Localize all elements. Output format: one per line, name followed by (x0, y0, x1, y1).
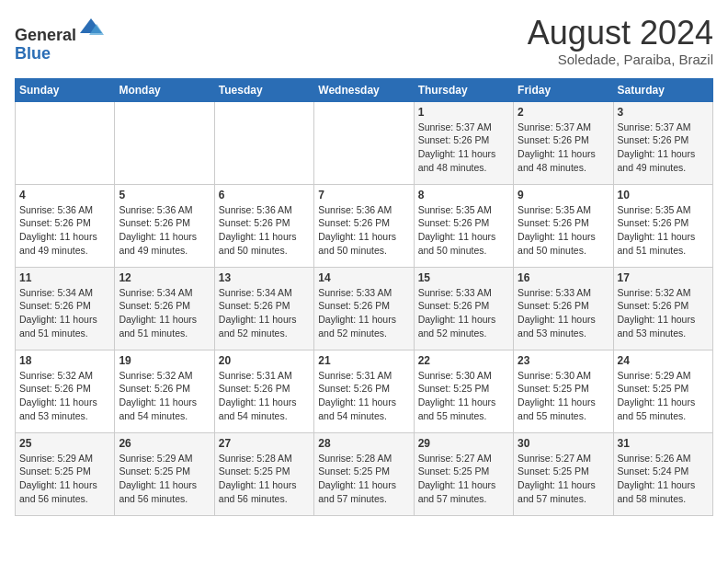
day-info: Sunrise: 5:29 AM Sunset: 5:25 PM Dayligh… (119, 452, 210, 506)
calendar-cell: 28Sunrise: 5:28 AM Sunset: 5:25 PM Dayli… (314, 432, 414, 515)
week-row-0: 1Sunrise: 5:37 AM Sunset: 5:26 PM Daylig… (16, 101, 713, 184)
calendar-cell: 22Sunrise: 5:30 AM Sunset: 5:25 PM Dayli… (414, 350, 513, 432)
logo-icon (78, 15, 104, 40)
calendar-cell: 20Sunrise: 5:31 AM Sunset: 5:26 PM Dayli… (214, 350, 313, 432)
page-header: General Blue August 2024 Soledade, Parai… (15, 15, 713, 67)
header-tuesday: Tuesday (214, 78, 313, 101)
calendar-cell: 27Sunrise: 5:28 AM Sunset: 5:25 PM Dayli… (214, 432, 313, 515)
calendar-cell: 10Sunrise: 5:35 AM Sunset: 5:26 PM Dayli… (613, 184, 712, 267)
week-row-4: 25Sunrise: 5:29 AM Sunset: 5:25 PM Dayli… (16, 432, 713, 515)
day-number: 24 (618, 354, 709, 367)
day-info: Sunrise: 5:37 AM Sunset: 5:26 PM Dayligh… (418, 121, 509, 175)
day-number: 9 (518, 189, 609, 201)
header-thursday: Thursday (414, 78, 513, 101)
calendar-cell: 1Sunrise: 5:37 AM Sunset: 5:26 PM Daylig… (414, 101, 513, 184)
calendar-cell: 11Sunrise: 5:34 AM Sunset: 5:26 PM Dayli… (16, 267, 115, 350)
day-number: 10 (618, 189, 709, 201)
header-sunday: Sunday (16, 78, 115, 101)
day-info: Sunrise: 5:33 AM Sunset: 5:26 PM Dayligh… (418, 286, 509, 340)
day-info: Sunrise: 5:35 AM Sunset: 5:26 PM Dayligh… (518, 203, 609, 258)
day-info: Sunrise: 5:33 AM Sunset: 5:26 PM Dayligh… (318, 286, 409, 340)
day-info: Sunrise: 5:31 AM Sunset: 5:26 PM Dayligh… (219, 369, 310, 423)
day-info: Sunrise: 5:37 AM Sunset: 5:26 PM Dayligh… (618, 121, 709, 175)
day-info: Sunrise: 5:35 AM Sunset: 5:26 PM Dayligh… (418, 203, 509, 258)
week-row-2: 11Sunrise: 5:34 AM Sunset: 5:26 PM Dayli… (16, 267, 713, 350)
day-info: Sunrise: 5:34 AM Sunset: 5:26 PM Dayligh… (119, 286, 210, 340)
calendar-cell: 14Sunrise: 5:33 AM Sunset: 5:26 PM Dayli… (314, 267, 414, 350)
day-number: 3 (618, 106, 709, 119)
day-number: 15 (418, 271, 509, 284)
header-monday: Monday (115, 78, 214, 101)
day-info: Sunrise: 5:27 AM Sunset: 5:25 PM Dayligh… (518, 452, 609, 506)
location: Soledade, Paraiba, Brazil (528, 52, 713, 67)
day-number: 22 (418, 354, 509, 367)
day-number: 18 (19, 354, 110, 367)
calendar-cell: 24Sunrise: 5:29 AM Sunset: 5:25 PM Dayli… (613, 350, 712, 432)
day-info: Sunrise: 5:35 AM Sunset: 5:26 PM Dayligh… (618, 203, 709, 258)
day-number: 7 (318, 189, 409, 201)
calendar-table: SundayMondayTuesdayWednesdayThursdayFrid… (15, 78, 713, 516)
day-info: Sunrise: 5:36 AM Sunset: 5:26 PM Dayligh… (318, 203, 409, 258)
calendar-cell: 8Sunrise: 5:35 AM Sunset: 5:26 PM Daylig… (414, 184, 513, 267)
day-info: Sunrise: 5:29 AM Sunset: 5:25 PM Dayligh… (618, 369, 709, 423)
calendar-cell: 16Sunrise: 5:33 AM Sunset: 5:26 PM Dayli… (514, 267, 613, 350)
calendar-cell: 7Sunrise: 5:36 AM Sunset: 5:26 PM Daylig… (314, 184, 414, 267)
calendar-cell: 2Sunrise: 5:37 AM Sunset: 5:26 PM Daylig… (514, 101, 613, 184)
title-block: August 2024 Soledade, Paraiba, Brazil (528, 15, 713, 67)
day-number: 31 (618, 437, 709, 450)
calendar-cell: 25Sunrise: 5:29 AM Sunset: 5:25 PM Dayli… (16, 432, 115, 515)
header-row: SundayMondayTuesdayWednesdayThursdayFrid… (16, 78, 713, 101)
day-info: Sunrise: 5:37 AM Sunset: 5:26 PM Dayligh… (518, 121, 609, 175)
month-year: August 2024 (528, 15, 713, 52)
day-number: 27 (219, 437, 310, 450)
day-number: 13 (219, 271, 310, 284)
calendar-cell: 21Sunrise: 5:31 AM Sunset: 5:26 PM Dayli… (314, 350, 414, 432)
day-info: Sunrise: 5:36 AM Sunset: 5:26 PM Dayligh… (19, 203, 110, 258)
calendar-cell (214, 101, 313, 184)
day-info: Sunrise: 5:30 AM Sunset: 5:25 PM Dayligh… (418, 369, 509, 423)
day-number: 8 (418, 189, 509, 201)
day-info: Sunrise: 5:32 AM Sunset: 5:26 PM Dayligh… (19, 369, 110, 423)
day-number: 2 (518, 106, 609, 119)
calendar-cell (115, 101, 214, 184)
calendar-cell: 3Sunrise: 5:37 AM Sunset: 5:26 PM Daylig… (613, 101, 712, 184)
day-number: 16 (518, 271, 609, 284)
day-number: 25 (19, 437, 110, 450)
day-info: Sunrise: 5:33 AM Sunset: 5:26 PM Dayligh… (518, 286, 609, 340)
day-number: 12 (119, 271, 210, 284)
calendar-cell: 4Sunrise: 5:36 AM Sunset: 5:26 PM Daylig… (16, 184, 115, 267)
day-info: Sunrise: 5:31 AM Sunset: 5:26 PM Dayligh… (318, 369, 409, 423)
header-wednesday: Wednesday (314, 78, 414, 101)
day-number: 5 (119, 189, 210, 201)
calendar-cell: 29Sunrise: 5:27 AM Sunset: 5:25 PM Dayli… (414, 432, 513, 515)
day-number: 11 (19, 271, 110, 284)
calendar-cell: 26Sunrise: 5:29 AM Sunset: 5:25 PM Dayli… (115, 432, 214, 515)
header-friday: Friday (514, 78, 613, 101)
day-number: 1 (418, 106, 509, 119)
week-row-3: 18Sunrise: 5:32 AM Sunset: 5:26 PM Dayli… (16, 350, 713, 432)
day-info: Sunrise: 5:29 AM Sunset: 5:25 PM Dayligh… (19, 452, 110, 506)
day-number: 20 (219, 354, 310, 367)
day-info: Sunrise: 5:34 AM Sunset: 5:26 PM Dayligh… (19, 286, 110, 340)
day-info: Sunrise: 5:30 AM Sunset: 5:25 PM Dayligh… (518, 369, 609, 423)
calendar-cell: 12Sunrise: 5:34 AM Sunset: 5:26 PM Dayli… (115, 267, 214, 350)
calendar-cell (314, 101, 414, 184)
day-number: 23 (518, 354, 609, 367)
calendar-cell: 15Sunrise: 5:33 AM Sunset: 5:26 PM Dayli… (414, 267, 513, 350)
calendar-cell: 17Sunrise: 5:32 AM Sunset: 5:26 PM Dayli… (613, 267, 712, 350)
week-row-1: 4Sunrise: 5:36 AM Sunset: 5:26 PM Daylig… (16, 184, 713, 267)
calendar-cell: 5Sunrise: 5:36 AM Sunset: 5:26 PM Daylig… (115, 184, 214, 267)
day-number: 4 (19, 189, 110, 201)
day-info: Sunrise: 5:28 AM Sunset: 5:25 PM Dayligh… (219, 452, 310, 506)
day-info: Sunrise: 5:36 AM Sunset: 5:26 PM Dayligh… (219, 203, 310, 258)
day-number: 17 (618, 271, 709, 284)
day-number: 26 (119, 437, 210, 450)
day-number: 6 (219, 189, 310, 201)
calendar-cell: 19Sunrise: 5:32 AM Sunset: 5:26 PM Dayli… (115, 350, 214, 432)
header-saturday: Saturday (613, 78, 712, 101)
day-info: Sunrise: 5:32 AM Sunset: 5:26 PM Dayligh… (618, 286, 709, 340)
day-info: Sunrise: 5:34 AM Sunset: 5:26 PM Dayligh… (219, 286, 310, 340)
logo-blue: Blue (15, 44, 51, 63)
calendar-cell: 13Sunrise: 5:34 AM Sunset: 5:26 PM Dayli… (214, 267, 313, 350)
calendar-cell: 6Sunrise: 5:36 AM Sunset: 5:26 PM Daylig… (214, 184, 313, 267)
